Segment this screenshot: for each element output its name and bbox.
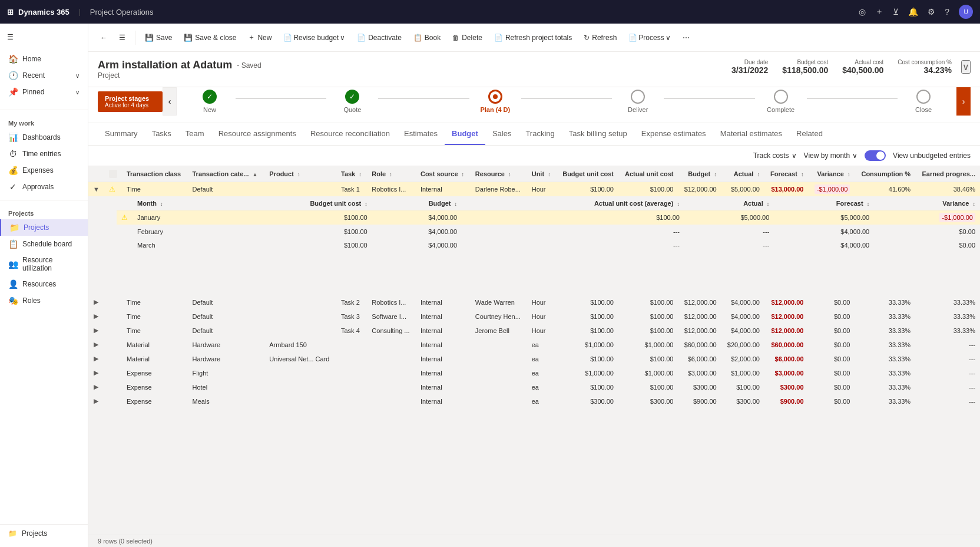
stage-item-complete[interactable]: Complete <box>757 90 804 113</box>
bell-icon[interactable]: 🔔 <box>908 7 918 17</box>
sidebar-item-home[interactable]: 🏠 Home <box>0 51 88 67</box>
revise-budget-button[interactable]: 📄 Revise budget ∨ <box>279 31 350 44</box>
th-role[interactable]: Role ↕ <box>367 166 416 182</box>
th-consumption-pct[interactable]: Consumption % <box>855 166 915 182</box>
view-by-month-control[interactable]: View by month ∨ <box>804 151 858 160</box>
row-expand-4[interactable]: ▶ <box>88 338 104 352</box>
settings-icon[interactable]: ⚙ <box>928 7 935 17</box>
row-expand-5[interactable]: ▶ <box>88 352 104 366</box>
track-costs-control[interactable]: Track costs ∨ <box>753 151 797 160</box>
th-unit[interactable]: Unit ↕ <box>527 166 556 182</box>
th-variance[interactable]: Variance ↕ <box>809 166 855 182</box>
stage-circle-quote: ✓ <box>345 90 359 104</box>
th-cost-source[interactable]: Cost source ↕ <box>416 166 471 182</box>
back-button[interactable]: ← <box>95 31 112 44</box>
tab-team[interactable]: Team <box>178 123 211 145</box>
tab-budget[interactable]: Budget <box>445 123 485 145</box>
home-icon: 🏠 <box>8 54 18 64</box>
sidebar-item-expenses[interactable]: 💰 Expenses <box>0 162 88 179</box>
row-expand-1[interactable]: ▶ <box>88 295 104 309</box>
view-unbudgeted-toggle[interactable] <box>865 150 886 161</box>
sidebar-item-projects[interactable]: 📁 Projects <box>0 219 88 236</box>
user-avatar[interactable]: U <box>959 5 973 19</box>
sidebar-item-time-entries[interactable]: ⏱ Time entries <box>0 146 88 162</box>
sub-th-month[interactable]: Month ↕ <box>133 197 216 210</box>
tab-estimates[interactable]: Estimates <box>397 123 445 145</box>
stage-item-new[interactable]: ✓ New <box>186 90 233 113</box>
sidebar-item-schedule-board[interactable]: 📋 Schedule board <box>0 236 88 252</box>
process-button[interactable]: 📄 Process ∨ <box>624 31 675 44</box>
refresh-button[interactable]: ↻ Refresh <box>579 31 621 44</box>
stage-item-deliver[interactable]: Deliver <box>614 90 661 113</box>
activity-icon[interactable]: ◎ <box>859 7 866 17</box>
sidebar-item-recent[interactable]: 🕐 Recent ∨ <box>0 67 88 84</box>
th-transaction-category[interactable]: Transaction cate... ▲ <box>188 166 265 182</box>
sub-th-budget-unit-cost[interactable]: Budget unit cost ↕ <box>216 197 372 210</box>
sidebar-item-dashboards[interactable]: 📊 Dashboards <box>0 129 88 146</box>
book-button[interactable]: 📋 Book <box>409 31 445 44</box>
refresh-totals-button[interactable]: 📄 Refresh project totals <box>489 31 577 44</box>
row-expand-2[interactable]: ▶ <box>88 309 104 324</box>
main-content: ← ☰ 💾 Save 💾 Save & close ＋ New 📄 Revise… <box>88 24 980 547</box>
add-icon[interactable]: ＋ <box>875 6 883 17</box>
sub-th-forecast[interactable]: Forecast ↕ <box>774 197 874 210</box>
sub-th-actual[interactable]: Actual ↕ <box>684 197 774 210</box>
sub-th-actual-avg[interactable]: Actual unit cost (average) ↕ <box>462 197 684 210</box>
stage-item-close[interactable]: Close <box>900 90 947 113</box>
sidebar-item-resources[interactable]: 👤 Resources <box>0 276 88 292</box>
save-button[interactable]: 💾 Save <box>140 31 177 44</box>
sub-th-budget[interactable]: Budget ↕ <box>372 197 462 210</box>
save-close-button[interactable]: 💾 Save & close <box>179 31 241 44</box>
breadcrumb-button[interactable]: ☰ <box>114 31 130 44</box>
new-button[interactable]: ＋ New <box>243 30 276 45</box>
row-expand-6[interactable]: ▶ <box>88 366 104 380</box>
th-resource[interactable]: Resource ↕ <box>471 166 527 182</box>
tab-sales[interactable]: Sales <box>485 123 519 145</box>
row-expand-0[interactable]: ▼ <box>88 182 104 197</box>
row-consumption-5: 33.33% <box>855 352 915 366</box>
row-resource-6 <box>471 366 527 380</box>
app-logo[interactable]: ⊞ Dynamics 365 <box>7 8 69 17</box>
tab-summary[interactable]: Summary <box>98 123 145 145</box>
delete-button[interactable]: 🗑 Delete <box>448 31 487 44</box>
help-icon[interactable]: ? <box>945 7 949 17</box>
sub-th-variance[interactable]: Variance ↕ <box>874 197 980 210</box>
row-expand-8[interactable]: ▶ <box>88 394 104 408</box>
grid-icon[interactable]: ⊞ <box>7 8 14 17</box>
tab-resource-assignments[interactable]: Resource assignments <box>211 123 303 145</box>
stage-item-plan[interactable]: Plan (4 D) <box>472 90 519 113</box>
sidebar-item-pinned[interactable]: 📌 Pinned ∨ <box>0 84 88 100</box>
deactivate-button[interactable]: 📄 Deactivate <box>352 31 406 44</box>
tab-related[interactable]: Related <box>789 123 830 145</box>
th-earned-progress[interactable]: Earned progres... <box>915 166 980 182</box>
sidebar-item-roles[interactable]: 🎭 Roles <box>0 292 88 309</box>
th-task[interactable]: Task ↕ <box>336 166 367 182</box>
sidebar-item-approvals[interactable]: ✓ Approvals <box>0 179 88 195</box>
projects-icon: 📁 <box>9 223 19 232</box>
sidebar-toggle[interactable]: ☰ <box>0 28 88 46</box>
row-consumption-2: 33.33% <box>855 309 915 324</box>
th-actual[interactable]: Actual ↕ <box>721 166 764 182</box>
th-budget-unit-cost[interactable]: Budget unit cost <box>556 166 618 182</box>
tab-tracking[interactable]: Tracking <box>518 123 561 145</box>
tab-resource-reconciliation[interactable]: Resource reconciliation <box>303 123 397 145</box>
tab-expense-estimates[interactable]: Expense estimates <box>634 123 713 145</box>
filter-icon[interactable]: ⊻ <box>893 7 899 17</box>
th-budget[interactable]: Budget ↕ <box>678 166 721 182</box>
th-actual-unit-cost[interactable]: Actual unit cost <box>618 166 678 182</box>
stage-item-quote[interactable]: ✓ Quote <box>329 90 376 113</box>
tab-material-estimates[interactable]: Material estimates <box>713 123 789 145</box>
row-expand-7[interactable]: ▶ <box>88 380 104 394</box>
th-transaction-class[interactable]: Transaction class <box>122 166 188 182</box>
th-forecast[interactable]: Forecast ↕ <box>764 166 809 182</box>
th-product[interactable]: Product ↕ <box>264 166 336 182</box>
expand-header-button[interactable]: ∨ <box>961 60 971 74</box>
sidebar-item-resource-util[interactable]: 👥 Resource utilization <box>0 252 88 276</box>
tab-tasks[interactable]: Tasks <box>145 123 178 145</box>
row-expand-3[interactable]: ▶ <box>88 324 104 338</box>
stage-prev-button[interactable]: ‹ <box>163 87 177 116</box>
sidebar-footer[interactable]: 📁 Projects <box>0 524 88 542</box>
more-button[interactable]: ⋯ <box>678 31 694 44</box>
stage-next-button[interactable]: › <box>956 87 971 116</box>
tab-task-billing-setup[interactable]: Task billing setup <box>562 123 634 145</box>
